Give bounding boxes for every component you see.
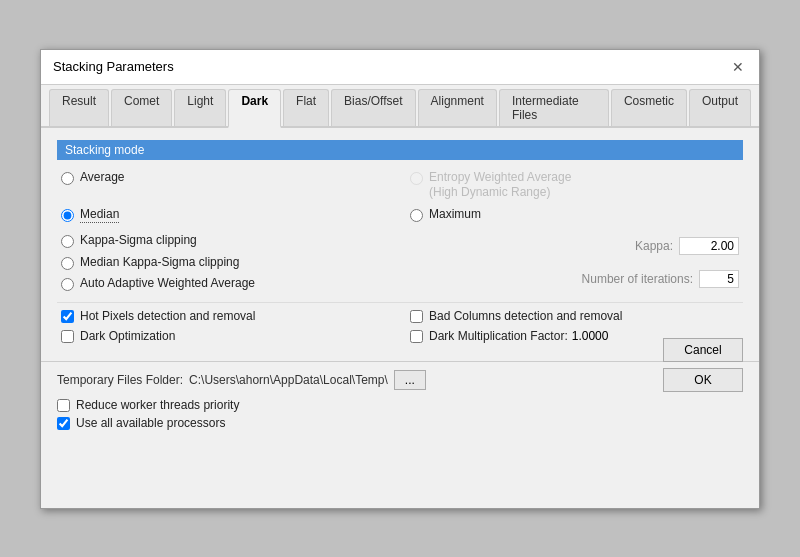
tab-light[interactable]: Light [174, 89, 226, 126]
tab-cosmetic[interactable]: Cosmetic [611, 89, 687, 126]
bottom-section: Temporary Files Folder: C:\Users\ahorn\A… [41, 361, 759, 438]
radio-auto-adaptive-input[interactable] [61, 278, 74, 291]
radio-average-input[interactable] [61, 172, 74, 185]
title-bar: Stacking Parameters ✕ [41, 50, 759, 85]
checkbox-use-all-processors-input[interactable] [57, 417, 70, 430]
browse-button[interactable]: ... [394, 370, 426, 390]
checkbox-reduce-threads[interactable]: Reduce worker threads priority [57, 398, 743, 412]
radio-entropy[interactable]: Entropy Weighted Average(High Dynamic Ra… [410, 170, 739, 201]
temp-folder-path: C:\Users\ahorn\AppData\Local\Temp\ [189, 373, 388, 387]
radio-average-label: Average [80, 170, 124, 186]
tab-output[interactable]: Output [689, 89, 751, 126]
kappa-row: Kappa: [410, 237, 739, 255]
radio-median-kappa[interactable]: Median Kappa-Sigma clipping [61, 255, 390, 271]
tab-bar: Result Comet Light Dark Flat Bias/Offset… [41, 85, 759, 128]
checkbox-dark-multiplication-row: Dark Multiplication Factor: 1.0000 [410, 329, 739, 343]
radio-median-input[interactable] [61, 209, 74, 222]
tab-dark[interactable]: Dark [228, 89, 281, 128]
kappa-label: Kappa: [635, 239, 673, 253]
radio-entropy-input [410, 172, 423, 185]
kappa-input[interactable] [679, 237, 739, 255]
tab-content-dark: Stacking mode Average Entropy Weighted A… [41, 128, 759, 362]
radio-kappa-sigma[interactable]: Kappa-Sigma clipping [61, 233, 390, 249]
params-section: Kappa: Number of iterations: [410, 233, 739, 292]
checkbox-use-all-processors-label: Use all available processors [76, 416, 225, 430]
worker-options: Reduce worker threads priority Use all a… [57, 398, 743, 430]
checkbox-dark-multiplication-label: Dark Multiplication Factor: [429, 329, 568, 343]
checkbox-hot-pixels-label: Hot Pixels detection and removal [80, 309, 255, 323]
tab-flat[interactable]: Flat [283, 89, 329, 126]
action-buttons: Cancel OK [663, 338, 743, 392]
close-button[interactable]: ✕ [729, 58, 747, 76]
radio-maximum-label: Maximum [429, 207, 481, 223]
checkbox-reduce-threads-input[interactable] [57, 399, 70, 412]
stacking-mode-options: Average Entropy Weighted Average(High Dy… [57, 170, 743, 224]
radio-average[interactable]: Average [61, 170, 390, 201]
checkbox-hot-pixels-input[interactable] [61, 310, 74, 323]
tab-result[interactable]: Result [49, 89, 109, 126]
iterations-row: Number of iterations: [410, 270, 739, 288]
stacking-parameters-dialog: Stacking Parameters ✕ Result Comet Light… [40, 49, 760, 509]
iterations-input[interactable] [699, 270, 739, 288]
checkbox-reduce-threads-label: Reduce worker threads priority [76, 398, 239, 412]
checkbox-bad-columns[interactable]: Bad Columns detection and removal [410, 309, 739, 323]
temp-folder-label: Temporary Files Folder: [57, 373, 183, 387]
radio-kappa-sigma-label: Kappa-Sigma clipping [80, 233, 197, 249]
checkbox-bad-columns-label: Bad Columns detection and removal [429, 309, 622, 323]
ok-button[interactable]: OK [663, 368, 743, 392]
radio-median-label: Median [80, 207, 119, 224]
checkbox-dark-multiplication[interactable]: Dark Multiplication Factor: [410, 329, 568, 343]
radio-entropy-label: Entropy Weighted Average(High Dynamic Ra… [429, 170, 571, 201]
checkbox-hot-pixels[interactable]: Hot Pixels detection and removal [61, 309, 390, 323]
radio-median-kappa-label: Median Kappa-Sigma clipping [80, 255, 239, 271]
dialog-title: Stacking Parameters [53, 59, 174, 74]
tab-intermediate-files[interactable]: Intermediate Files [499, 89, 609, 126]
radio-kappa-sigma-input[interactable] [61, 235, 74, 248]
tab-comet[interactable]: Comet [111, 89, 172, 126]
radio-auto-adaptive-label: Auto Adaptive Weighted Average [80, 276, 255, 292]
checkbox-dark-optimization[interactable]: Dark Optimization [61, 329, 390, 343]
checkbox-bad-columns-input[interactable] [410, 310, 423, 323]
checkbox-use-all-processors[interactable]: Use all available processors [57, 416, 743, 430]
checkbox-dark-optimization-input[interactable] [61, 330, 74, 343]
dark-multiplication-value: 1.0000 [572, 329, 609, 343]
tab-alignment[interactable]: Alignment [418, 89, 497, 126]
radio-maximum-input[interactable] [410, 209, 423, 222]
checkbox-dark-optimization-label: Dark Optimization [80, 329, 175, 343]
temp-folder-row: Temporary Files Folder: C:\Users\ahorn\A… [57, 370, 743, 390]
radio-options-left: Kappa-Sigma clipping Median Kappa-Sigma … [61, 233, 390, 292]
stacking-mode-header: Stacking mode [57, 140, 743, 160]
checkbox-dark-multiplication-input[interactable] [410, 330, 423, 343]
radio-median-kappa-input[interactable] [61, 257, 74, 270]
radio-auto-adaptive[interactable]: Auto Adaptive Weighted Average [61, 276, 390, 292]
radio-maximum[interactable]: Maximum [410, 207, 739, 224]
iterations-label: Number of iterations: [582, 272, 693, 286]
radio-median[interactable]: Median [61, 207, 390, 224]
checkboxes-section: Hot Pixels detection and removal Bad Col… [57, 302, 743, 349]
tab-bias-offset[interactable]: Bias/Offset [331, 89, 415, 126]
